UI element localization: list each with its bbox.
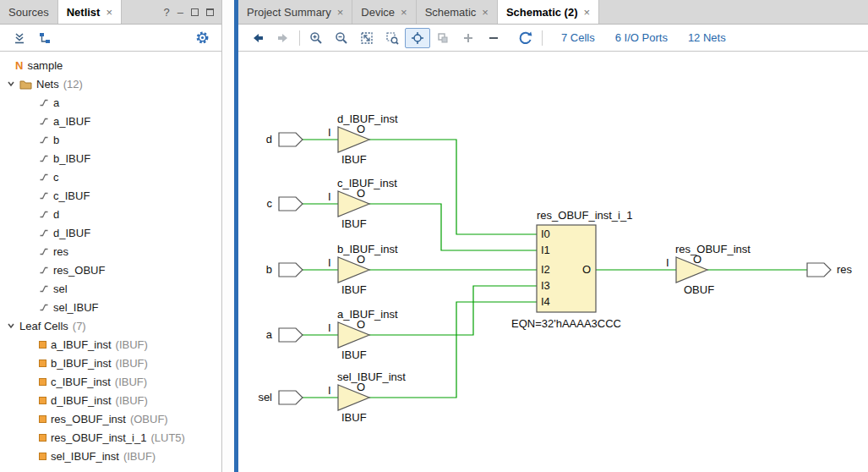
zoom-fit-button[interactable] (354, 28, 379, 48)
input-port-c[interactable] (279, 197, 303, 211)
tree-item-cell[interactable]: b_IBUF_inst (IBUF) (0, 354, 221, 372)
instance-name: res_OBUF_inst (675, 243, 751, 255)
tree-item-cell[interactable]: c_IBUF_inst (IBUF) (0, 372, 221, 391)
input-port-a[interactable] (279, 328, 303, 342)
autofit-selection-button[interactable] (405, 28, 430, 48)
tree-label: d (53, 208, 59, 221)
tree-item-cell[interactable]: sel_IBUF_inst (IBUF) (0, 447, 221, 465)
layers-button[interactable] (430, 28, 456, 48)
cell-type-label: IBUF (341, 153, 367, 166)
tree-item-net[interactable]: res_OBUF (0, 261, 221, 279)
input-port-sel[interactable] (279, 391, 303, 404)
port-label: c (267, 197, 273, 210)
settings-button[interactable] (189, 28, 215, 48)
cell-type-label: IBUF (341, 217, 367, 230)
collapse-all-button[interactable] (7, 28, 32, 48)
regenerate-layout-button[interactable] (513, 28, 538, 48)
close-icon[interactable]: × (482, 6, 489, 19)
cell-type-label: IBUF (341, 349, 367, 361)
stat-cells[interactable]: 7 Cells (561, 31, 595, 44)
obuf-triangle[interactable] (676, 257, 707, 283)
tree-group-nets[interactable]: Nets (12) (0, 74, 221, 93)
schematic-canvas[interactable]: d I O d_IBUF_inst IBUF c I O c_IBUF_inst (238, 52, 868, 472)
input-port-b[interactable] (279, 263, 303, 277)
close-icon[interactable]: × (337, 6, 344, 19)
zoom-in-icon (308, 30, 324, 46)
tree-item-net[interactable]: sel_IBUF (0, 298, 221, 316)
tab-schematic[interactable]: Schematic × (417, 0, 498, 24)
tree-item-cell[interactable]: res_OBUF_inst (OBUF) (0, 409, 221, 428)
float-icon[interactable] (191, 8, 199, 16)
stat-nets[interactable]: 12 Nets (688, 31, 726, 44)
add-button[interactable] (456, 28, 481, 48)
tab-netlist[interactable]: Netlist × (58, 0, 122, 24)
net-icon (39, 283, 49, 294)
tree-item-net[interactable]: d (0, 205, 221, 223)
tree-item-net[interactable]: a (0, 93, 221, 112)
panel-splitter[interactable] (223, 0, 234, 472)
tree-item-net[interactable]: b (0, 130, 221, 149)
output-port-res[interactable] (807, 263, 831, 277)
tree-item-net[interactable]: res (0, 242, 221, 261)
net-icon (39, 265, 49, 275)
tab-label: Schematic (2) (506, 6, 578, 19)
tree-item-net[interactable]: c_IBUF (0, 186, 221, 205)
net-icon (39, 246, 49, 256)
tab-sources[interactable]: Sources (0, 0, 58, 24)
cell-type: (IBUF) (116, 357, 148, 370)
tree-root-sample[interactable]: N sample (0, 56, 221, 74)
minimize-icon[interactable]: – (177, 6, 183, 19)
tab-device[interactable]: Device × (352, 0, 416, 24)
cell-type-label: IBUF (341, 411, 367, 424)
net-icon (39, 302, 49, 312)
tree-label: sel (53, 283, 68, 295)
stat-io-ports[interactable]: 6 I/O Ports (615, 31, 668, 44)
instance-name: sel_IBUF_inst (337, 370, 406, 383)
close-icon[interactable]: × (106, 6, 112, 19)
net-icon (39, 134, 49, 145)
tree-label: sample (27, 59, 63, 72)
close-icon[interactable]: × (401, 6, 407, 19)
zoom-out-button[interactable] (329, 28, 354, 48)
maximize-icon[interactable] (206, 8, 214, 16)
equation-label: EQN=32'hAAAA3CCC (511, 317, 621, 330)
netlist-tabbar: Sources Netlist × ? – (0, 0, 221, 25)
close-icon[interactable]: × (583, 6, 590, 19)
forward-button[interactable] (270, 28, 296, 48)
cell-type: (IBUF) (123, 450, 156, 463)
zoom-out-icon (334, 30, 349, 46)
back-button[interactable] (245, 28, 270, 48)
tree-item-cell[interactable]: res_OBUF_inst_i_1 (LUT5) (0, 428, 221, 447)
zoom-selection-button[interactable] (379, 28, 405, 48)
cell-icon (39, 415, 46, 423)
tree-item-net[interactable]: b_IBUF (0, 149, 221, 167)
net-icon (39, 116, 49, 126)
autofit-selection-icon (410, 30, 425, 46)
cell-type: (LUT5) (150, 431, 184, 444)
tab-label: Schematic (425, 6, 477, 19)
input-port-d[interactable] (279, 133, 303, 146)
net-icon (39, 153, 49, 163)
help-icon[interactable]: ? (164, 6, 170, 19)
chevron-down-icon[interactable] (7, 321, 15, 330)
hierarchy-button[interactable] (32, 28, 57, 48)
tree-item-net[interactable]: c (0, 167, 221, 186)
chevron-down-icon[interactable] (7, 80, 15, 88)
tree-group-leaf-cells[interactable]: Leaf Cells (7) (0, 316, 221, 335)
tree-item-cell[interactable]: a_IBUF_inst (IBUF) (0, 335, 221, 354)
tree-item-cell[interactable]: d_IBUF_inst (IBUF) (0, 391, 221, 409)
regenerate-icon (518, 30, 533, 46)
panel-window-controls: ? – (164, 0, 221, 24)
tab-project-summary[interactable]: Project Summary × (238, 0, 352, 24)
pin-label-i4: I4 (541, 295, 550, 308)
toolbar-separator (542, 30, 543, 46)
tab-schematic-2[interactable]: Schematic (2) × (498, 0, 599, 24)
tree-item-net[interactable]: sel (0, 279, 221, 298)
hierarchy-icon (38, 31, 52, 45)
zoom-in-button[interactable] (303, 28, 329, 48)
net-icon (39, 97, 49, 107)
tree-item-net[interactable]: a_IBUF (0, 112, 221, 130)
tree-item-net[interactable]: d_IBUF (0, 223, 221, 242)
tree-label: sel_IBUF (53, 301, 98, 314)
remove-button[interactable] (481, 28, 506, 48)
